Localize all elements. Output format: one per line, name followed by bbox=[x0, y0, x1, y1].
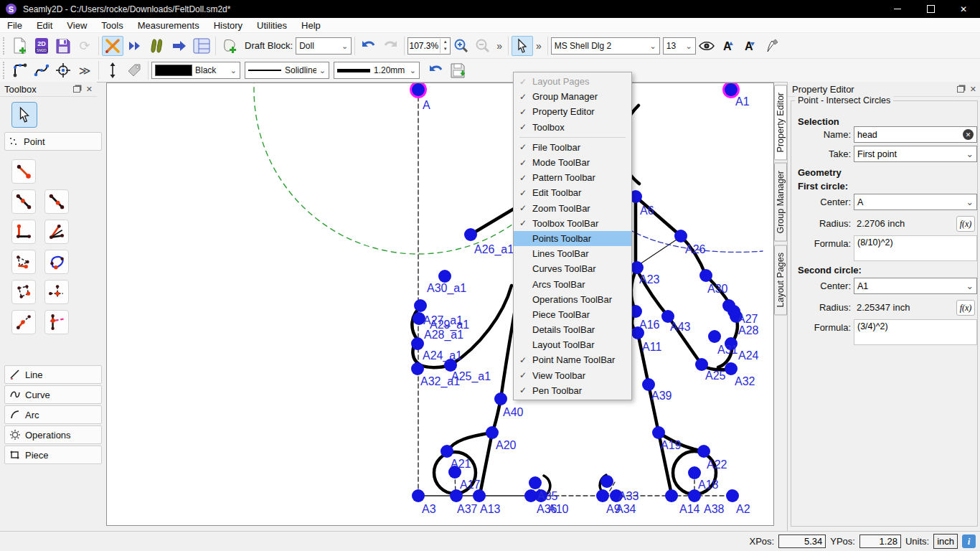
menu-item-mode-toolbar[interactable]: ✓Mode ToolBar bbox=[514, 155, 631, 170]
pattern-point[interactable] bbox=[631, 261, 644, 274]
new-pattern-button[interactable] bbox=[9, 36, 31, 56]
point-intersect-arc-tool[interactable] bbox=[11, 310, 36, 334]
pattern-point[interactable] bbox=[697, 445, 710, 458]
pattern-drawing[interactable]: AA1A26_a1A30_a1A27_a1A29_a1A28_a1A24_a1A… bbox=[107, 83, 773, 525]
point-length-angle-tool[interactable] bbox=[11, 159, 36, 184]
pattern-point[interactable] bbox=[412, 83, 425, 96]
pattern-point[interactable] bbox=[652, 426, 665, 439]
pattern-point[interactable] bbox=[708, 330, 721, 343]
point-bisector-tool[interactable] bbox=[44, 220, 69, 244]
pattern-point[interactable] bbox=[412, 489, 425, 502]
line-width-select[interactable]: 1.20mm ⌄ bbox=[334, 62, 420, 79]
pattern-point[interactable] bbox=[494, 392, 507, 405]
menu-item-lines-toolbar[interactable]: Lines ToolBar bbox=[514, 246, 631, 261]
point-label-A30[interactable]: A30 bbox=[707, 283, 728, 295]
float-panel-icon[interactable] bbox=[957, 86, 964, 93]
undo-button[interactable] bbox=[358, 36, 380, 56]
menu-item-layout-toolbar[interactable]: Layout ToolBar bbox=[514, 337, 631, 352]
dock-tab-property-editor[interactable]: Property Editor bbox=[774, 85, 787, 160]
pattern-point[interactable] bbox=[440, 445, 453, 458]
point-label-A13[interactable]: A13 bbox=[480, 503, 501, 515]
second-radius-formula-button[interactable]: f(x) bbox=[956, 300, 975, 316]
info-button[interactable]: i bbox=[962, 534, 976, 548]
point-label-A18[interactable]: A18 bbox=[698, 479, 719, 491]
point-label-A23[interactable]: A23 bbox=[639, 273, 660, 286]
pattern-point[interactable] bbox=[411, 337, 424, 350]
pattern-point[interactable] bbox=[473, 489, 486, 502]
pen-style-button[interactable] bbox=[760, 36, 782, 56]
pattern-point[interactable] bbox=[600, 475, 613, 488]
zoom-spinbox[interactable]: 107.3% ▲▼ bbox=[407, 37, 451, 55]
point-midpoint-tool[interactable] bbox=[44, 189, 69, 214]
clear-name-icon[interactable]: ✕ bbox=[963, 129, 974, 140]
toolbar-overflow-button2[interactable]: » bbox=[533, 40, 545, 52]
zoom-in-button[interactable] bbox=[451, 36, 472, 56]
toolbox-section-curve[interactable]: Curve bbox=[4, 385, 102, 404]
more-tools-button[interactable]: ≫ bbox=[74, 60, 95, 80]
menu-item-pen-toolbar[interactable]: ✓Pen Toolbar bbox=[514, 383, 631, 398]
second-formula-field[interactable]: (3/4)^2) bbox=[854, 319, 977, 345]
point-label-A38[interactable]: A38 bbox=[704, 503, 725, 515]
first-center-select[interactable]: A ⌄ bbox=[854, 194, 977, 210]
menu-edit[interactable]: Edit bbox=[29, 18, 60, 32]
draft-canvas-area[interactable]: AA1A26_a1A30_a1A27_a1A29_a1A28_a1A24_a1A… bbox=[106, 83, 774, 526]
point-label-A40[interactable]: A40 bbox=[503, 406, 524, 418]
close-panel-icon[interactable]: ✕ bbox=[970, 85, 976, 94]
menu-item-file-toolbar[interactable]: ✓File Toolbar bbox=[514, 140, 631, 155]
point-label-A31[interactable]: A31 bbox=[717, 344, 738, 356]
zoom-out-button[interactable] bbox=[472, 36, 494, 56]
point-label-A14[interactable]: A14 bbox=[679, 503, 700, 515]
point-along-line-tool[interactable] bbox=[11, 189, 36, 214]
point-from-curve-tool[interactable] bbox=[44, 250, 69, 274]
layout-mode-button[interactable] bbox=[191, 36, 212, 56]
toolbox-section-arc[interactable]: Arc bbox=[4, 405, 102, 424]
pattern-point[interactable] bbox=[699, 269, 712, 282]
point-label-A28[interactable]: A28 bbox=[738, 324, 759, 336]
menu-item-curves-toolbar[interactable]: Curves ToolBar bbox=[514, 261, 631, 276]
dock-tab-group-manager[interactable]: Group Manager bbox=[774, 163, 787, 242]
menu-utilities[interactable]: Utilities bbox=[250, 18, 294, 32]
point-label-A32[interactable]: A32 bbox=[735, 375, 755, 387]
menu-item-arcs-toolbar[interactable]: Arcs ToolBar bbox=[514, 276, 631, 291]
toolbox-section-line[interactable]: Line bbox=[4, 365, 102, 384]
point-label-A34[interactable]: A34 bbox=[616, 503, 636, 515]
menu-view[interactable]: View bbox=[60, 18, 94, 32]
toolbox-title-bar[interactable]: Toolbox ✕ bbox=[0, 82, 97, 97]
point-label-A32_a1[interactable]: A32_a1 bbox=[420, 375, 460, 388]
dock-tab-layout-pages[interactable]: Layout Pages bbox=[774, 245, 787, 315]
menu-item-operations-toolbar[interactable]: Operations ToolBar bbox=[514, 292, 631, 307]
menu-item-point-name-toolbar[interactable]: ✓Point Name ToolBar bbox=[514, 352, 631, 367]
sync-button[interactable]: ⟳ bbox=[74, 36, 95, 56]
point-label-A35[interactable]: A35 bbox=[537, 490, 558, 502]
pattern-point[interactable] bbox=[688, 489, 701, 502]
property-editor-title-bar[interactable]: Property Editor ✕ bbox=[788, 82, 980, 97]
toolbox-section-point[interactable]: Point bbox=[4, 132, 102, 151]
point-label-A3[interactable]: A3 bbox=[422, 503, 436, 515]
pattern-point[interactable] bbox=[596, 489, 609, 502]
menu-item-details-toolbar[interactable]: Details ToolBar bbox=[514, 322, 631, 337]
menu-item-view-toolbar[interactable]: ✓View Toolbar bbox=[514, 368, 631, 383]
point-label-A6[interactable]: A6 bbox=[640, 204, 654, 217]
close-button[interactable]: ✕ bbox=[947, 0, 980, 18]
minimize-button[interactable] bbox=[881, 0, 914, 18]
first-formula-field[interactable]: (8/10)^2) bbox=[854, 235, 977, 261]
point-triangle-tool[interactable] bbox=[11, 280, 36, 304]
menu-tools[interactable]: Tools bbox=[94, 18, 130, 32]
toolbar-overflow-button[interactable]: » bbox=[494, 40, 505, 52]
point-label-A37[interactable]: A37 bbox=[457, 503, 478, 515]
segment-tool-button[interactable] bbox=[9, 60, 31, 80]
draft-block-select[interactable]: Doll ⌄ bbox=[296, 37, 352, 55]
point-intersect-axis-tool[interactable] bbox=[44, 310, 69, 334]
vertical-flip-button[interactable] bbox=[102, 60, 123, 80]
pattern-point[interactable] bbox=[725, 362, 738, 375]
save-pen-defaults-button[interactable] bbox=[447, 60, 468, 80]
point-label-A26_a1[interactable]: A26_a1 bbox=[474, 243, 514, 256]
increase-point-name-size-button[interactable]: A bbox=[717, 36, 739, 56]
name-input[interactable]: head ✕ bbox=[854, 126, 977, 143]
menu-item-toolbox[interactable]: ✓Toolbox bbox=[514, 120, 631, 135]
zoom-spin-arrows[interactable]: ▲▼ bbox=[440, 39, 450, 53]
arrow-select-tool[interactable] bbox=[11, 102, 37, 128]
point-label-A43[interactable]: A43 bbox=[670, 321, 691, 333]
save-pattern-button[interactable] bbox=[52, 36, 74, 56]
piece-mode-button[interactable] bbox=[146, 36, 168, 56]
